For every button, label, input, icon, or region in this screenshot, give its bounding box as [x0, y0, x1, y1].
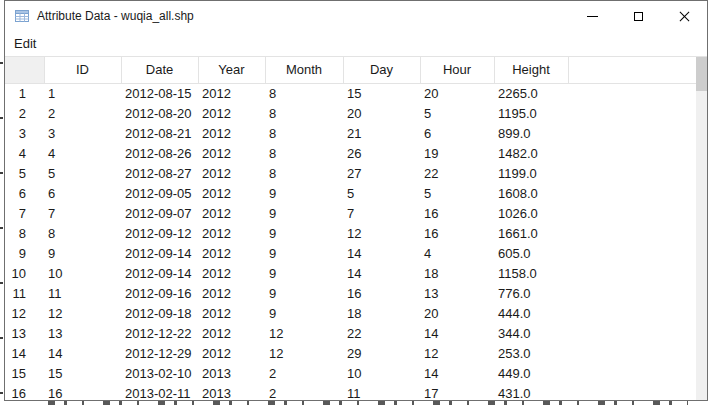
cell-day[interactable]: 11: [343, 383, 420, 400]
cell-month[interactable]: 9: [265, 283, 343, 303]
cell-height[interactable]: 449.0: [494, 363, 568, 383]
cell-year[interactable]: 2012: [198, 303, 265, 323]
cell-month[interactable]: 2: [265, 363, 343, 383]
cell-year[interactable]: 2012: [198, 83, 265, 103]
row-number[interactable]: 11: [5, 283, 44, 303]
cell-day[interactable]: 14: [343, 263, 420, 283]
cell-year[interactable]: 2012: [198, 203, 265, 223]
cell-date[interactable]: 2012-08-20: [121, 103, 198, 123]
cell-id[interactable]: 12: [44, 303, 121, 323]
cell-height[interactable]: 605.0: [494, 243, 568, 263]
cell-year[interactable]: 2012: [198, 163, 265, 183]
row-number[interactable]: 15: [5, 363, 44, 383]
cell-year[interactable]: 2012: [198, 143, 265, 163]
cell-year[interactable]: 2013: [198, 383, 265, 400]
close-button[interactable]: [661, 1, 707, 31]
row-number[interactable]: 14: [5, 343, 44, 363]
column-header-year[interactable]: Year: [198, 57, 265, 83]
cell-height[interactable]: 344.0: [494, 323, 568, 343]
cell-id[interactable]: 1: [44, 83, 121, 103]
column-header-hour[interactable]: Hour: [420, 57, 494, 83]
cell-id[interactable]: 2: [44, 103, 121, 123]
cell-date[interactable]: 2013-02-10: [121, 363, 198, 383]
cell-hour[interactable]: 14: [420, 323, 494, 343]
cell-month[interactable]: 12: [265, 323, 343, 343]
cell-date[interactable]: 2012-09-16: [121, 283, 198, 303]
cell-year[interactable]: 2012: [198, 283, 265, 303]
cell-month[interactable]: 9: [265, 183, 343, 203]
cell-month[interactable]: 8: [265, 103, 343, 123]
attribute-table-icon[interactable]: [14, 8, 30, 24]
cell-hour[interactable]: 20: [420, 83, 494, 103]
cell-month[interactable]: 9: [265, 303, 343, 323]
cell-height[interactable]: 253.0: [494, 343, 568, 363]
vertical-scrollbar[interactable]: [696, 57, 707, 400]
row-number[interactable]: 2: [5, 103, 44, 123]
cell-height[interactable]: 1199.0: [494, 163, 568, 183]
column-header-day[interactable]: Day: [343, 57, 420, 83]
cell-id[interactable]: 10: [44, 263, 121, 283]
row-number[interactable]: 13: [5, 323, 44, 343]
cell-day[interactable]: 16: [343, 283, 420, 303]
cell-month[interactable]: 2: [265, 383, 343, 400]
cell-day[interactable]: 15: [343, 83, 420, 103]
cell-date[interactable]: 2013-02-11: [121, 383, 198, 400]
cell-hour[interactable]: 19: [420, 143, 494, 163]
cell-year[interactable]: 2012: [198, 243, 265, 263]
cell-id[interactable]: 15: [44, 363, 121, 383]
cell-hour[interactable]: 18: [420, 263, 494, 283]
cell-height[interactable]: 1608.0: [494, 183, 568, 203]
cell-height[interactable]: 1195.0: [494, 103, 568, 123]
cell-date[interactable]: 2012-09-07: [121, 203, 198, 223]
scrollbar-thumb[interactable]: [696, 57, 707, 91]
cell-day[interactable]: 26: [343, 143, 420, 163]
cell-height[interactable]: 2265.0: [494, 83, 568, 103]
cell-year[interactable]: 2012: [198, 343, 265, 363]
cell-year[interactable]: 2012: [198, 323, 265, 343]
row-number[interactable]: 10: [5, 263, 44, 283]
cell-height[interactable]: 776.0: [494, 283, 568, 303]
row-number[interactable]: 8: [5, 223, 44, 243]
title-bar[interactable]: Attribute Data - wuqia_all.shp: [5, 1, 707, 31]
cell-month[interactable]: 9: [265, 263, 343, 283]
cell-month[interactable]: 8: [265, 83, 343, 103]
cell-day[interactable]: 10: [343, 363, 420, 383]
cell-height[interactable]: 1482.0: [494, 143, 568, 163]
cell-day[interactable]: 18: [343, 303, 420, 323]
cell-id[interactable]: 13: [44, 323, 121, 343]
cell-day[interactable]: 21: [343, 123, 420, 143]
cell-month[interactable]: 9: [265, 223, 343, 243]
cell-hour[interactable]: 20: [420, 303, 494, 323]
cell-hour[interactable]: 16: [420, 203, 494, 223]
cell-day[interactable]: 27: [343, 163, 420, 183]
cell-date[interactable]: 2012-08-26: [121, 143, 198, 163]
cell-id[interactable]: 16: [44, 383, 121, 400]
cell-hour[interactable]: 12: [420, 343, 494, 363]
cell-id[interactable]: 8: [44, 223, 121, 243]
cell-height[interactable]: 1026.0: [494, 203, 568, 223]
cell-day[interactable]: 14: [343, 243, 420, 263]
cell-id[interactable]: 5: [44, 163, 121, 183]
cell-id[interactable]: 7: [44, 203, 121, 223]
cell-day[interactable]: 22: [343, 323, 420, 343]
cell-id[interactable]: 3: [44, 123, 121, 143]
cell-id[interactable]: 9: [44, 243, 121, 263]
maximize-button[interactable]: [615, 1, 661, 31]
cell-year[interactable]: 2012: [198, 263, 265, 283]
cell-date[interactable]: 2012-08-15: [121, 83, 198, 103]
cell-day[interactable]: 20: [343, 103, 420, 123]
row-number[interactable]: 5: [5, 163, 44, 183]
cell-year[interactable]: 2012: [198, 183, 265, 203]
cell-date[interactable]: 2012-09-05: [121, 183, 198, 203]
cell-year[interactable]: 2013: [198, 363, 265, 383]
cell-hour[interactable]: 4: [420, 243, 494, 263]
cell-height[interactable]: 1661.0: [494, 223, 568, 243]
column-header-month[interactable]: Month: [265, 57, 343, 83]
row-number[interactable]: 9: [5, 243, 44, 263]
row-header-corner[interactable]: [5, 57, 44, 83]
column-header-height[interactable]: Height: [494, 57, 568, 83]
row-number[interactable]: 16: [5, 383, 44, 400]
row-number[interactable]: 7: [5, 203, 44, 223]
cell-year[interactable]: 2012: [198, 103, 265, 123]
menu-edit[interactable]: Edit: [5, 34, 45, 53]
